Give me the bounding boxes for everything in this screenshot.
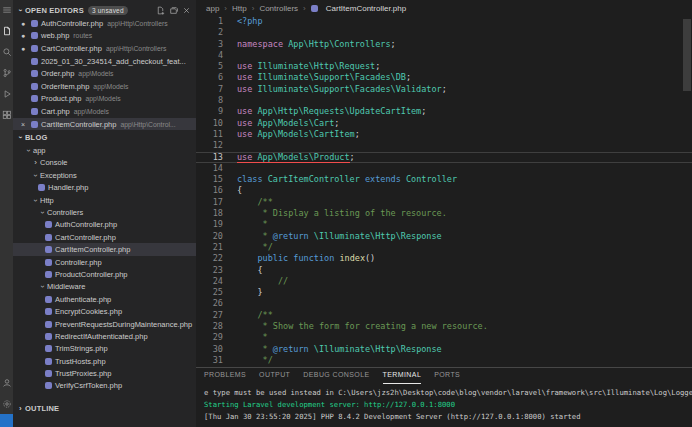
tree-item-authenticate-php[interactable]: Authenticate.php	[13, 293, 196, 305]
tree-item-authcontroller-php[interactable]: AuthController.php	[13, 219, 196, 231]
tree-item-productcontroller-php[interactable]: ProductController.php	[13, 268, 196, 280]
file-path: app\Http\Control...	[120, 121, 175, 128]
tree-item-console[interactable]: ›Console	[13, 157, 196, 169]
search-icon[interactable]	[1, 46, 12, 57]
code-line: 25 }	[196, 287, 692, 298]
code-text: {	[223, 265, 263, 276]
tree-item-trimstrings-php[interactable]: TrimStrings.php	[13, 343, 196, 355]
tree-item-trustproxies-php[interactable]: TrustProxies.php	[13, 367, 196, 379]
code-text: use App\Models\Cart;	[223, 118, 339, 129]
php-file-icon	[45, 358, 52, 365]
terminal-line: [Thu Jan 30 23:55:20 2025] PHP 8.4.2 Dev…	[204, 411, 692, 423]
code-line: 4	[196, 50, 692, 61]
code-text: public function index()	[223, 253, 375, 264]
panel-tab-problems[interactable]: PROBLEMS	[204, 371, 246, 384]
code-line: 6use Illuminate\Support\Facades\DB;	[196, 72, 692, 83]
open-editor-cartcontroller-php[interactable]: ●CartController.phpapp\Http\Controllers	[13, 42, 196, 55]
chevron-down-icon: ›	[31, 171, 40, 180]
breadcrumb-item-controllers[interactable]: Controllers	[259, 4, 298, 13]
code-text: *	[223, 219, 268, 230]
code-text: */	[223, 355, 273, 366]
folder-name: BLOG	[25, 133, 47, 142]
remote-indicator[interactable]	[0, 414, 13, 427]
line-number: 16	[196, 185, 223, 196]
item-label: Http	[40, 196, 54, 205]
panel-tab-ports[interactable]: PORTS	[434, 371, 460, 384]
settings-icon[interactable]	[1, 398, 12, 409]
code-line: 16{	[196, 185, 692, 196]
menu-icon[interactable]	[1, 4, 12, 15]
php-file-icon	[45, 259, 52, 266]
code-editor[interactable]: 1<?php23namespace App\Http\Controllers;4…	[196, 16, 692, 367]
activity-bar	[0, 0, 13, 427]
tree-item-cartcontroller-php[interactable]: CartController.php	[13, 231, 196, 243]
line-number: 13	[196, 152, 223, 163]
code-line: 10use App\Models\Cart;	[196, 118, 692, 129]
tree-item-middleware[interactable]: ›Middleware	[13, 281, 196, 293]
line-number: 9	[196, 106, 223, 117]
open-editors-actions	[156, 6, 196, 15]
tree-item-encryptcookies-php[interactable]: EncryptCookies.php	[13, 305, 196, 317]
line-number: 11	[196, 129, 223, 140]
tree-item-trusthosts-php[interactable]: TrustHosts.php	[13, 355, 196, 367]
file-name: Product.php	[41, 94, 81, 103]
open-editor-authcontroller-php[interactable]: ●AuthController.phpapp\Http\Controllers	[13, 17, 196, 30]
breadcrumb-item-http[interactable]: Http	[232, 4, 247, 13]
run-and-debug-icon[interactable]	[1, 88, 12, 99]
open-editor-cartitemcontroller-php[interactable]: ×CartItemController.phpapp\Http\Control.…	[13, 118, 196, 131]
new-file-icon[interactable]	[156, 6, 165, 15]
close-icon[interactable]: ×	[21, 121, 31, 128]
breadcrumb: app›Http›Controllers›CartItemController.…	[196, 0, 692, 16]
breadcrumb-separator: ›	[252, 4, 255, 13]
open-editor-cart-php[interactable]: Cart.phpapp\Models	[13, 105, 196, 118]
open-editors-header[interactable]: › OPEN EDITORS 3 unsaved	[13, 3, 196, 17]
close-all-icon[interactable]	[182, 6, 191, 15]
line-number: 1	[196, 16, 223, 27]
source-control-icon[interactable]	[1, 67, 12, 78]
explorer-icon[interactable]	[1, 25, 12, 36]
accounts-icon[interactable]	[1, 377, 12, 388]
folder-section-header[interactable]: › BLOG	[13, 130, 196, 144]
breadcrumb-item-cartitemcontroller-php[interactable]: CartItemController.php	[326, 4, 406, 13]
code-text: <?php	[223, 16, 263, 27]
tree-item-exceptions[interactable]: ›Exceptions	[13, 169, 196, 181]
tree-item-handler-php[interactable]: Handler.php	[13, 182, 196, 194]
editor-scrollbar[interactable]	[683, 19, 691, 91]
chevron-down-icon: ›	[38, 282, 47, 291]
file-name: CartItemController.php	[41, 120, 116, 129]
code-text: use Illuminate\Http\Request;	[223, 61, 380, 72]
tree-item-http[interactable]: ›Http	[13, 194, 196, 206]
php-file-icon	[45, 246, 52, 253]
open-editor-2025-01-30-234514-add-checkout-feat[interactable]: 2025_01_30_234514_add_checkout_feat...	[13, 55, 196, 68]
code-text: use App\Http\Requests\UpdateCartItem;	[223, 106, 426, 117]
save-all-icon[interactable]	[169, 6, 178, 15]
panel-tab-terminal[interactable]: TERMINAL	[383, 371, 422, 384]
open-editor-order-php[interactable]: Order.phpapp\Models	[13, 67, 196, 80]
code-text: {	[223, 185, 242, 196]
php-file-icon	[45, 321, 52, 328]
breadcrumb-item-app[interactable]: app	[206, 4, 219, 13]
open-editor-orderitem-php[interactable]: OrderItem.phpapp\Models	[13, 80, 196, 93]
breadcrumb-separator: ›	[303, 4, 306, 13]
outline-header[interactable]: › OUTLINE	[13, 401, 196, 415]
tree-item-cartitemcontroller-php[interactable]: CartItemController.php	[13, 243, 196, 255]
line-number: 10	[196, 118, 223, 129]
tree-item-app[interactable]: ›app	[13, 144, 196, 156]
code-text: * @return \Illuminate\Http\Response	[223, 231, 442, 242]
tree-item-controller-php[interactable]: Controller.php	[13, 256, 196, 268]
tree-item-redirectifauthenticated-php[interactable]: RedirectIfAuthenticated.php	[13, 330, 196, 342]
tree-item-controllers[interactable]: ›Controllers	[13, 206, 196, 218]
panel-tab-debug-console[interactable]: DEBUG CONSOLE	[303, 371, 369, 384]
tree-item-verifycsrftoken-php[interactable]: VerifyCsrfToken.php	[13, 380, 196, 392]
code-line: 19 *	[196, 219, 692, 230]
chevron-down-icon: ›	[24, 146, 33, 155]
open-editor-web-php[interactable]: ●web.phproutes	[13, 30, 196, 43]
item-label: AuthController.php	[55, 220, 117, 229]
tree-item-preventrequestsduringmaintenance-php[interactable]: PreventRequestsDuringMaintenance.php	[13, 318, 196, 330]
file-name: 2025_01_30_234514_add_checkout_feat...	[41, 57, 186, 66]
open-editor-product-php[interactable]: Product.phpapp\Models	[13, 93, 196, 106]
terminal-output[interactable]: e type must be used instead in C:\Users\…	[196, 384, 692, 427]
panel-tab-output[interactable]: OUTPUT	[259, 371, 290, 384]
code-text: class CartItemController extends Control…	[223, 174, 457, 185]
extensions-icon[interactable]	[1, 109, 12, 120]
